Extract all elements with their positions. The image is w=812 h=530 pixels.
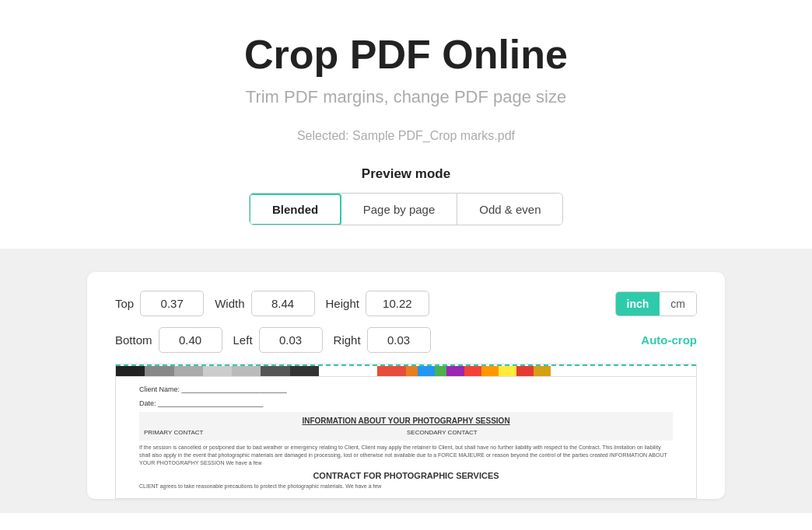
controls-panel: Top Width Height inch cm Bottom: [87, 272, 725, 499]
selected-label: Selected:: [297, 129, 349, 142]
height-control: Height: [326, 291, 429, 316]
right-control: Right: [334, 327, 431, 353]
unit-cm-button[interactable]: cm: [660, 292, 696, 316]
bottom-section: Top Width Height inch cm Bottom: [0, 249, 812, 513]
width-control: Width: [215, 291, 314, 316]
pdf-primary-contact: PRIMARY CONTACT: [144, 428, 405, 438]
right-input[interactable]: [367, 327, 431, 353]
autocrop-button[interactable]: Auto-crop: [641, 329, 697, 351]
pdf-color-bar: [116, 366, 696, 377]
pdf-info-section: INFORMATION ABOUT YOUR PHOTOGRAPHY SESSI…: [139, 412, 673, 441]
pdf-mock-content: Client Name: ___________________________…: [116, 366, 696, 498]
top-input[interactable]: [140, 291, 204, 316]
pdf-client-name: Client Name: ___________________________: [139, 385, 673, 396]
left-input[interactable]: [259, 327, 323, 353]
top-control: Top: [115, 291, 204, 316]
selected-filename: Sample PDF_Crop marks.pdf: [352, 129, 515, 142]
preview-mode-toggle-group: Blended Page by page Odd & even: [249, 193, 564, 225]
height-input[interactable]: [366, 291, 429, 316]
left-label: Left: [233, 333, 253, 347]
width-input[interactable]: [251, 291, 315, 316]
bottom-control: Bottom: [115, 327, 222, 353]
pdf-body-text: If the session is cancelled or postponed…: [139, 444, 673, 466]
controls-row1: Top Width Height inch cm: [115, 291, 697, 316]
controls-row2: Bottom Left Right Auto-crop: [115, 327, 697, 353]
width-label: Width: [215, 297, 244, 310]
preview-mode-label: Preview mode: [16, 166, 796, 182]
pdf-preview: Client Name: ___________________________…: [115, 364, 697, 499]
preview-mode-odd-even[interactable]: Odd & even: [457, 194, 562, 225]
unit-toggle-group: inch cm: [615, 291, 697, 316]
height-label: Height: [326, 297, 359, 310]
preview-mode-blended[interactable]: Blended: [249, 194, 341, 225]
pdf-content-area: Client Name: ___________________________…: [116, 377, 696, 498]
top-section: Crop PDF Online Trim PDF margins, change…: [0, 0, 812, 249]
top-label: Top: [115, 297, 134, 310]
bottom-label: Bottom: [115, 333, 152, 347]
right-label: Right: [334, 333, 361, 347]
preview-mode-section: Preview mode Blended Page by page Odd & …: [16, 166, 796, 225]
pdf-body-text2: CLIENT agrees to take reasonable precaut…: [139, 483, 673, 490]
left-control: Left: [233, 327, 323, 353]
pdf-secondary-contact: SECONDARY CONTACT: [407, 428, 668, 438]
bottom-input[interactable]: [159, 327, 222, 353]
unit-inch-button[interactable]: inch: [616, 292, 660, 316]
page-subtitle: Trim PDF margins, change PDF page size: [16, 87, 796, 107]
pdf-two-col: PRIMARY CONTACT SECONDARY CONTACT: [144, 428, 668, 438]
preview-mode-page-by-page[interactable]: Page by page: [341, 194, 458, 225]
page-title: Crop PDF Online: [16, 31, 796, 78]
pdf-contract-title: CONTRACT FOR PHOTOGRAPHIC SERVICES: [139, 469, 673, 483]
pdf-date: Date: ___________________________: [139, 399, 673, 410]
pdf-info-heading: INFORMATION ABOUT YOUR PHOTOGRAPHY SESSI…: [144, 415, 668, 427]
selected-file-info: Selected: Sample PDF_Crop marks.pdf: [16, 129, 796, 143]
